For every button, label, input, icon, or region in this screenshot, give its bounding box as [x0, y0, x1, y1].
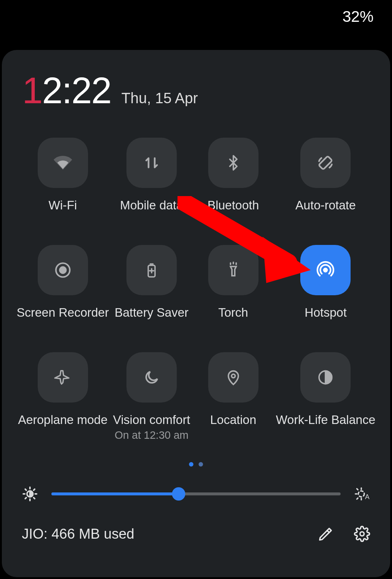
bluetooth-button[interactable]: [208, 138, 258, 188]
battery-saver-button[interactable]: [126, 245, 177, 295]
tile-label: Bluetooth: [207, 198, 259, 212]
page-indicator: [17, 462, 375, 467]
tile-torch: Torch: [194, 245, 272, 320]
status-bar: 32%: [0, 0, 392, 33]
tile-label: Mobile data: [120, 198, 183, 212]
clock-leading-digit: 1: [22, 70, 42, 111]
tile-sublabel: On at 12:30 am: [115, 429, 189, 441]
battery-plus-icon: [143, 262, 160, 278]
screen-recorder-button[interactable]: [38, 245, 88, 295]
svg-point-16: [360, 532, 364, 536]
half-circle-icon: [317, 369, 334, 386]
tile-work-life-balance: Work-Life Balance: [276, 352, 375, 441]
data-usage[interactable]: JIO: 466 MB used: [22, 526, 317, 542]
tile-wifi: Wi-Fi: [17, 138, 109, 212]
brightness-slider[interactable]: [51, 487, 341, 501]
tile-label: Auto-rotate: [295, 198, 356, 212]
page-dot-2[interactable]: [199, 462, 203, 467]
clock-rest: 2:22: [42, 70, 111, 111]
tile-location: Location: [194, 352, 272, 441]
svg-point-14: [358, 491, 364, 497]
date: Thu, 15 Apr: [121, 90, 198, 107]
torch-button[interactable]: [208, 245, 258, 295]
tile-label: Work-Life Balance: [276, 413, 375, 427]
tile-screen-recorder: Screen Recorder: [17, 245, 109, 320]
tile-mobile-data: Mobile data: [112, 138, 190, 212]
record-icon: [54, 261, 72, 279]
bottom-row: JIO: 466 MB used: [17, 525, 375, 543]
tile-label: Wi-Fi: [48, 198, 77, 212]
brightness-row: A: [17, 484, 375, 504]
flashlight-icon: [225, 262, 242, 279]
tile-battery-saver: Battery Saver: [112, 245, 190, 320]
tile-auto-rotate: Auto-rotate: [276, 138, 375, 212]
tile-vision-comfort: Vision comfort On at 12:30 am: [112, 352, 190, 441]
svg-point-11: [232, 374, 235, 378]
svg-point-10: [324, 269, 327, 272]
bluetooth-icon: [225, 154, 242, 171]
moon-icon: [143, 369, 160, 386]
brightness-low-icon: [20, 484, 40, 504]
tile-label: Hotspot: [305, 306, 347, 320]
wifi-button[interactable]: [38, 138, 88, 188]
tile-hotspot: Hotspot: [276, 245, 375, 320]
edit-button[interactable]: [317, 525, 335, 543]
tile-label: Screen Recorder: [17, 306, 109, 320]
battery-percent: 32%: [342, 8, 374, 26]
work-life-balance-button[interactable]: [300, 352, 351, 403]
slider-fill: [51, 492, 179, 495]
wifi-icon: [54, 154, 72, 172]
brightness-auto-icon[interactable]: A: [352, 484, 372, 504]
mobile-data-icon: [142, 154, 161, 172]
location-button[interactable]: [208, 352, 258, 403]
tile-label: Torch: [218, 306, 248, 320]
auto-rotate-icon: [316, 153, 335, 172]
svg-text:A: A: [365, 493, 369, 501]
clock-row: 12:22 Thu, 15 Apr: [22, 69, 375, 112]
auto-rotate-button[interactable]: [300, 138, 351, 188]
tile-label: Aeroplane mode: [18, 413, 108, 427]
settings-button[interactable]: [353, 525, 371, 543]
gear-icon: [354, 526, 370, 542]
slider-thumb[interactable]: [172, 487, 185, 501]
quick-settings-panel: 12:22 Thu, 15 Apr Wi-Fi Mobile data: [2, 50, 390, 577]
hotspot-icon: [316, 260, 335, 280]
bottom-icons: [317, 525, 371, 543]
page-dot-1[interactable]: [189, 462, 193, 467]
pencil-icon: [318, 526, 334, 542]
svg-point-2: [60, 267, 66, 273]
location-pin-icon: [225, 369, 242, 386]
airplane-icon: [54, 368, 72, 386]
tile-label: Location: [210, 413, 256, 427]
tile-label: Battery Saver: [115, 306, 189, 320]
aeroplane-button[interactable]: [38, 352, 88, 403]
vision-comfort-button[interactable]: [126, 352, 177, 403]
clock: 12:22: [22, 69, 111, 112]
tile-aeroplane: Aeroplane mode: [17, 352, 109, 441]
hotspot-button[interactable]: [300, 245, 351, 295]
tile-bluetooth: Bluetooth: [194, 138, 272, 212]
mobile-data-button[interactable]: [126, 138, 177, 188]
tiles-grid: Wi-Fi Mobile data Bluetooth: [17, 138, 375, 441]
tile-label: Vision comfort: [113, 413, 190, 427]
